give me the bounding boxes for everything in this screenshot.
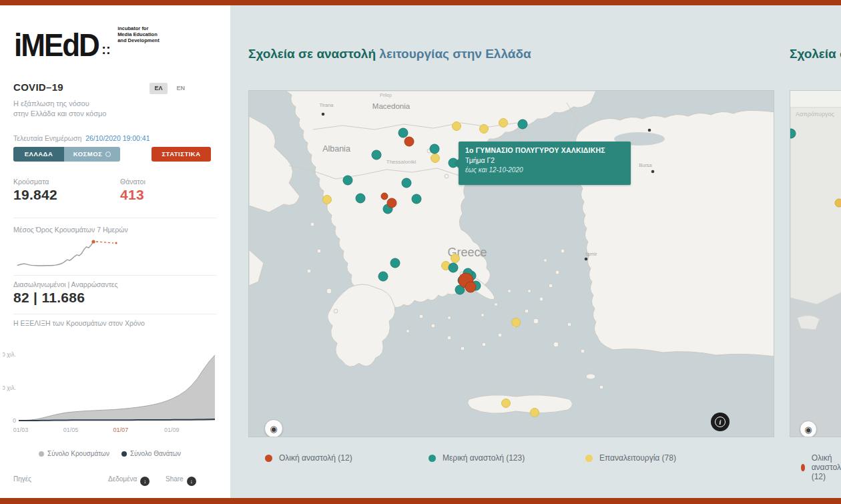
x-tick: 01/03 (13, 427, 29, 433)
evolution-chart[interactable]: 20 χιλ.10 χιλ.001/0301/0501/0701/09 (3, 334, 226, 438)
chart-legend-item: Σύνολο Θανάτων (121, 450, 181, 457)
map-place-label: Thessaloniki (386, 159, 416, 165)
latest-point (91, 240, 95, 243)
city-marker (322, 113, 325, 116)
legend-dot (429, 455, 436, 462)
map-info-button[interactable]: i (711, 413, 730, 431)
legend-label: Ολική αναστολή (12) (279, 453, 352, 463)
school-dot-full[interactable] (465, 282, 476, 292)
map-place-label: Albania (322, 144, 350, 154)
school-dot-partial[interactable] (372, 150, 381, 160)
legend-item: Επαναλειτουργία (78) (585, 453, 676, 463)
school-dot-full[interactable] (381, 193, 388, 200)
subtitle: Η εξάπλωση της νόσου στην Ελλάδα και στο… (13, 99, 106, 119)
map-place-label: Izmir (585, 251, 597, 257)
school-dot-full[interactable] (387, 198, 396, 208)
map-place-label: Bursa (639, 162, 652, 168)
legend-dot (585, 455, 593, 462)
school-dot-reopened[interactable] (502, 399, 511, 408)
total-cases-area (19, 355, 215, 421)
world-map-title: Σχολεία σε (790, 47, 841, 61)
sources-link[interactable]: Πηγές (13, 475, 31, 483)
legend-dot (801, 464, 805, 471)
content-area: iMEdD :: incubator for Media Education a… (0, 5, 841, 498)
target-icon: ◉ (804, 425, 812, 435)
school-dot-partial[interactable] (398, 128, 408, 138)
map-home-button[interactable]: ◉ (800, 421, 817, 437)
x-tick: 01/09 (164, 427, 180, 433)
scope-tabs: ΕΛΛΑΔΑΚΟΣΜΟΣ (13, 147, 120, 162)
school-dot-partial[interactable] (449, 263, 458, 272)
info-icon (105, 152, 111, 157)
school-dot-partial[interactable] (518, 119, 527, 129)
deaths-value: 413 (120, 187, 144, 203)
language-toggle[interactable]: ΕΛ EN (150, 81, 185, 94)
school-dot-reopened[interactable] (499, 119, 508, 128)
x-tick: 01/05 (63, 427, 79, 433)
statistics-button[interactable]: ΣΤΑΤΙΣΤΙΚΑ (152, 147, 211, 162)
share-button[interactable]: Share↓ (166, 475, 196, 486)
intubated-value: 82 | 11.686 (13, 290, 85, 306)
legend-label: Σύνολο Κρουσμάτων (47, 450, 109, 457)
imedd-logo[interactable]: iMEdD :: incubator for Media Education a… (14, 25, 160, 61)
cases-value: 19.842 (13, 187, 57, 203)
lang-el-button[interactable]: ΕΛ (150, 83, 168, 94)
school-dot-reopened[interactable] (531, 409, 539, 417)
school-dot-reopened[interactable] (451, 254, 460, 263)
school-dot-partial[interactable] (356, 194, 365, 203)
school-dot-reopened[interactable] (323, 196, 332, 204)
dashboard: iMEdD :: incubator for Media Education a… (0, 0, 841, 504)
school-dot-partial[interactable] (430, 144, 439, 154)
school-dot-reopened[interactable] (453, 122, 461, 131)
legend-dot (121, 451, 127, 457)
map-canvas[interactable]: Ασπρόπυργος (790, 91, 841, 437)
download-data-button[interactable]: Δεδομένα↓ (108, 475, 150, 486)
x-tick: 01/07 (113, 427, 129, 433)
legend-label: Μερική αναστολή (123) (443, 453, 525, 463)
map-home-button[interactable]: ◉ (264, 419, 283, 437)
school-dot-reopened[interactable] (431, 154, 440, 163)
city-marker (585, 258, 588, 261)
target-icon: ◉ (270, 424, 277, 434)
download-icon: ↓ (140, 477, 150, 486)
school-dot-reopened[interactable] (512, 318, 521, 327)
school-dot[interactable] (835, 199, 841, 207)
divider (13, 218, 217, 218)
school-dot-reopened[interactable] (480, 125, 489, 134)
last-updated-value: 26/10/2020 19:00:41 (85, 134, 150, 142)
school-dot-full[interactable] (404, 137, 414, 146)
legend-item: Ολική αναστολή (12) (265, 453, 352, 463)
city-marker (648, 129, 651, 132)
y-tick: 20 χιλ. (3, 351, 16, 358)
logo-wordmark: iMEdD (14, 27, 99, 63)
chart-legend-item: Σύνολο Κρουσμάτων (39, 450, 109, 457)
page-title: COVID–19 (13, 81, 63, 93)
divider (13, 314, 217, 314)
map-place-label: Prilep (380, 93, 392, 98)
legend-dot (39, 451, 44, 457)
main-area: Σχολεία σε αναστολή λειτουργίας στην Ελλ… (230, 5, 841, 498)
greece-map-title: Σχολεία σε αναστολή λειτουργίας στην Ελλ… (248, 47, 531, 61)
avg7-sparkline (13, 235, 214, 274)
sidebar: iMEdD :: incubator for Media Education a… (0, 5, 230, 498)
school-dot-partial[interactable] (378, 272, 388, 281)
info-icon: i (715, 417, 726, 427)
tab-greece[interactable]: ΕΛΛΑΔΑ (13, 147, 64, 162)
lang-en-button[interactable]: EN (176, 85, 185, 91)
last-updated: Τελευταία Ενημέρωση 26/10/2020 19:00:41 (13, 134, 150, 142)
tab-world[interactable]: ΚΟΣΜΟΣ (64, 147, 120, 162)
legend-dot (265, 455, 272, 462)
map-place-label: Tirana (320, 102, 334, 108)
legend-item: Ολική αναστολή (12) (801, 453, 841, 481)
tooltip-until-date: έως και 12-10-2020 (465, 166, 624, 174)
school-dot-partial[interactable] (412, 194, 421, 204)
logo-colon: :: (101, 42, 110, 57)
greece-map[interactable]: MacedoniaAlbaniaGreeceTiranaPrilepThessa… (248, 90, 774, 437)
school-dot-partial[interactable] (402, 178, 411, 188)
world-map[interactable]: Ασπρόπυργος ◉ (790, 90, 841, 437)
bottom-bar (0, 498, 841, 504)
school-dot-partial[interactable] (343, 176, 352, 185)
divider (13, 275, 217, 276)
avg7-title: Μέσος Όρος Κρουσμάτων 7 Ημερών (13, 226, 128, 234)
school-dot-partial[interactable] (390, 258, 400, 268)
